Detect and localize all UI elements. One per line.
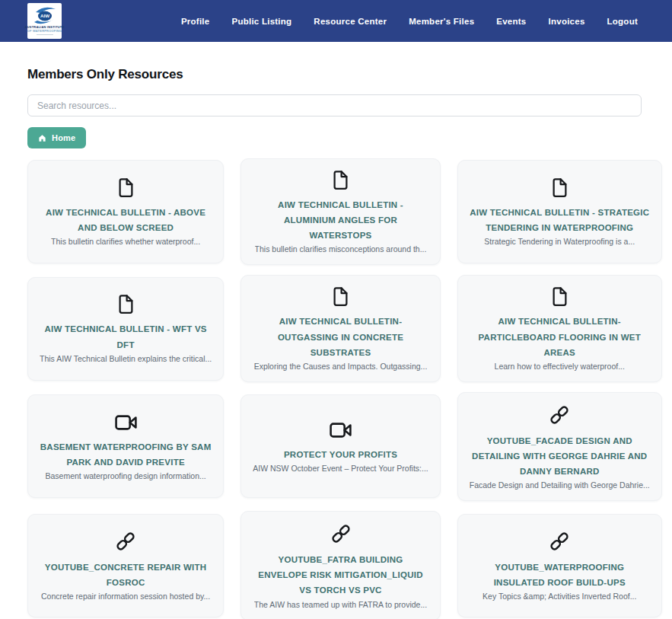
home-button[interactable]: Home	[27, 127, 86, 148]
svg-text:AIW: AIW	[40, 13, 49, 18]
resource-card[interactable]: AIW TECHNICAL BULLETIN - ALUMINIUM ANGLE…	[240, 158, 441, 265]
card-title: YOUTUBE_FACADE DESIGN AND DETAILING WITH…	[470, 433, 650, 479]
resource-card[interactable]: YOUTUBE_WATERPROOFING INSULATED ROOF BUI…	[457, 514, 662, 617]
card-title: YOUTUBE_FATRA BUILDING ENVELOPE RISK MIT…	[253, 552, 428, 598]
nav-item-resource-center[interactable]: Resource Center	[314, 17, 387, 26]
card-title: YOUTUBE_WATERPROOFING INSULATED ROOF BUI…	[470, 560, 650, 590]
card-title: AIW TECHNICAL BULLETIN - ABOVE AND BELOW…	[40, 205, 212, 235]
search-input[interactable]	[27, 94, 642, 116]
card-description: This bulletin clarifies misconceptions a…	[255, 244, 427, 254]
card-title: AIW TECHNICAL BULLETIN-OUTGASSING IN CON…	[253, 314, 428, 359]
resource-card[interactable]: AIW TECHNICAL BULLETIN-PARTICLEBOARD FLO…	[457, 275, 662, 381]
resource-card[interactable]: AIW TECHNICAL BULLETIN - WFT VS DFTThis …	[27, 277, 224, 381]
home-button-label: Home	[52, 133, 75, 142]
file-icon	[549, 286, 570, 307]
home-icon	[38, 134, 46, 142]
card-title: AIW TECHNICAL BULLETIN - STRATEGIC TENDE…	[470, 205, 650, 235]
resource-grid: AIW TECHNICAL BULLETIN - ABOVE AND BELOW…	[27, 158, 642, 619]
card-description: Key Topics &amp; Activities Inverted Roo…	[483, 592, 636, 601]
file-icon	[330, 170, 351, 190]
resource-card[interactable]: AIW TECHNICAL BULLETIN-OUTGASSING IN CON…	[240, 275, 441, 381]
file-icon	[116, 294, 136, 314]
card-title: AIW TECHNICAL BULLETIN - WFT VS DFT	[40, 321, 212, 352]
card-description: Concrete repair information session host…	[41, 592, 210, 601]
top-header: AIW AUSTRALIAN INSTITUTE OF WATERPROOFIN…	[0, 0, 672, 42]
page-title: Members Only Resources	[27, 67, 642, 82]
main-nav: ProfilePublic ListingResource CenterMemb…	[181, 17, 638, 26]
card-description: This AIW Technical Bulletin explains the…	[40, 354, 212, 363]
resource-card[interactable]: YOUTUBE_CONCRETE REPAIR WITH FOSROCConcr…	[27, 514, 224, 617]
aiw-logo[interactable]: AIW AUSTRALIAN INSTITUTE OF WATERPROOFIN…	[27, 3, 62, 39]
resource-card[interactable]: YOUTUBE_FATRA BUILDING ENVELOPE RISK MIT…	[240, 511, 441, 619]
resource-card[interactable]: YOUTUBE_FACADE DESIGN AND DETAILING WITH…	[457, 392, 662, 501]
card-title: BASEMENT WATERPROOFING BY SAM PARK AND D…	[40, 439, 212, 470]
card-title: PROTECT YOUR PROFITS	[284, 447, 397, 462]
card-description: This bulletin clarifies whether waterpro…	[51, 237, 200, 246]
link-icon	[548, 404, 571, 426]
card-description: Facade Design and Detailing with George …	[470, 480, 650, 490]
file-icon	[330, 286, 351, 307]
card-description: The AIW has teamed up with FATRA to prov…	[254, 600, 427, 609]
card-description: Strategic Tendering in Waterproofing is …	[484, 237, 635, 246]
main-content: Members Only Resources Home AIW TECHNICA…	[0, 67, 672, 619]
logo-divider	[37, 34, 53, 35]
video-icon	[329, 420, 352, 440]
logo-wordmark: AUSTRALIAN INSTITUTE OF WATERPROOFING	[25, 26, 65, 35]
logo-line2: OF WATERPROOFING	[25, 30, 65, 34]
card-title: YOUTUBE_CONCRETE REPAIR WITH FOSROC	[40, 560, 212, 590]
resource-card[interactable]: BASEMENT WATERPROOFING BY SAM PARK AND D…	[27, 394, 224, 498]
aiw-logo-icon: AIW	[32, 7, 58, 25]
link-icon	[330, 522, 352, 545]
link-icon	[114, 530, 137, 553]
card-title: AIW TECHNICAL BULLETIN - ALUMINIUM ANGLE…	[253, 197, 428, 243]
card-description: Learn how to effectively waterproof...	[495, 362, 625, 371]
card-description: Basement waterproofing design informatio…	[45, 471, 205, 480]
video-icon	[114, 413, 138, 432]
card-title: AIW TECHNICAL BULLETIN-PARTICLEBOARD FLO…	[470, 314, 650, 359]
nav-item-logout[interactable]: Logout	[607, 17, 638, 26]
nav-item-profile[interactable]: Profile	[181, 17, 210, 26]
file-icon	[549, 177, 570, 198]
resource-card[interactable]: AIW TECHNICAL BULLETIN - ABOVE AND BELOW…	[27, 160, 224, 263]
card-description: AIW NSW October Event – Protect Your Pro…	[253, 464, 428, 473]
card-description: Exploring the Causes and Impacts. Outgas…	[254, 362, 428, 371]
nav-item-events[interactable]: Events	[496, 17, 526, 26]
resource-card[interactable]: PROTECT YOUR PROFITSAIW NSW October Even…	[240, 394, 441, 498]
resource-card[interactable]: AIW TECHNICAL BULLETIN - STRATEGIC TENDE…	[457, 160, 662, 263]
link-icon	[548, 530, 571, 553]
file-icon	[116, 177, 136, 198]
nav-item-public-listing[interactable]: Public Listing	[231, 17, 291, 26]
nav-item-member-s-files[interactable]: Member's Files	[409, 17, 474, 26]
nav-item-invoices[interactable]: Invoices	[549, 17, 585, 26]
